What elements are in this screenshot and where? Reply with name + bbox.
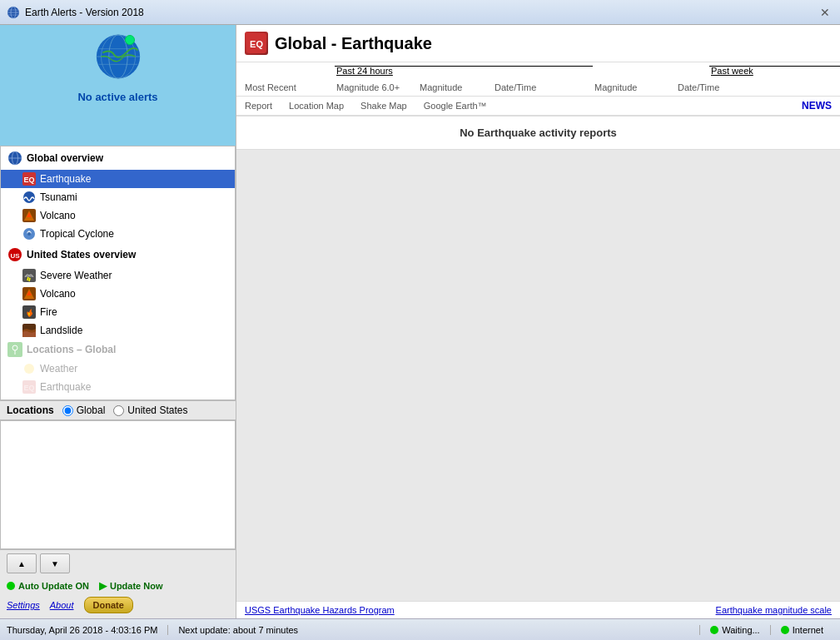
past24-label: Past 24 hours	[336, 66, 393, 76]
nav-item-weather-disabled[interactable]: Weather	[1, 360, 235, 378]
past-week-label: Past week	[711, 66, 790, 76]
nav-item-fire[interactable]: Fire	[1, 303, 235, 321]
svg-text:EQ: EQ	[23, 384, 34, 392]
action-location-map: Location Map	[289, 101, 344, 111]
content-lower	[236, 150, 840, 601]
left-panel: No active alerts Global overview EQ Eart…	[0, 25, 236, 618]
global-overview-header[interactable]: Global overview	[1, 146, 235, 170]
radio-us-group: United States	[113, 404, 187, 416]
status-internet-group: Internet	[771, 625, 833, 635]
us-overview-header[interactable]: US United States overview	[1, 243, 235, 266]
fire-label: Fire	[40, 306, 57, 318]
right-panel: EQ Global - Earthquake Past 24 hours Pas…	[236, 25, 840, 618]
bottom-toolbar: Auto Update ON ▶ Update Now	[0, 577, 236, 595]
status-datetime: Thursday, April 26 2018 - 4:03:16 PM	[7, 625, 168, 635]
internet-dot	[781, 626, 789, 634]
donate-button[interactable]: Donate	[84, 597, 133, 613]
earthquake-disabled-icon: EQ	[22, 380, 36, 394]
title-bar-left: Earth Alerts - Version 2018	[7, 6, 144, 19]
scroll-up-button[interactable]: ▲	[7, 553, 37, 573]
nav-item-earthquake[interactable]: EQ Earthquake	[1, 170, 235, 188]
status-update: Next update: about 7 minutes	[168, 625, 700, 635]
weather-disabled-icon	[22, 362, 36, 375]
settings-link[interactable]: Settings	[7, 600, 40, 610]
svg-point-34	[24, 364, 34, 374]
earthquake-label: Earthquake	[40, 173, 91, 185]
severe-weather-icon	[22, 269, 36, 282]
global-overview-label: Global overview	[27, 152, 103, 164]
nav-item-severe-weather[interactable]: Severe Weather	[1, 266, 235, 285]
globe-nav-icon	[7, 151, 22, 166]
nav-item-earthquake-disabled[interactable]: EQ Earthquake	[1, 378, 235, 396]
svg-rect-32	[7, 342, 22, 357]
col-datetime2: Date/Time	[678, 82, 761, 92]
action-news[interactable]: NEWS	[802, 100, 832, 112]
scroll-down-button[interactable]: ▼	[40, 553, 70, 573]
right-header: EQ Global - Earthquake	[236, 25, 840, 62]
locations-label: Locations	[7, 404, 54, 416]
tsunami-nav-icon	[22, 191, 36, 204]
app-title: Earth Alerts - Version 2018	[25, 7, 144, 18]
us-overview-label: United States overview	[27, 249, 136, 260]
svg-line-26	[29, 278, 30, 281]
close-button[interactable]: ✕	[817, 4, 833, 21]
landslide-icon	[22, 324, 36, 337]
radio-global-label[interactable]: Global	[77, 404, 106, 416]
locations-global-header[interactable]: Locations – Global	[1, 340, 235, 360]
nav-buttons: ▲ ▼	[0, 549, 236, 577]
main-layout: No active alerts Global overview EQ Eart…	[0, 25, 840, 618]
radio-us-label[interactable]: United States	[127, 404, 187, 416]
title-bar: Earth Alerts - Version 2018 ✕	[0, 0, 840, 25]
page-title: Global - Earthquake	[275, 34, 432, 53]
svg-text:EQ: EQ	[250, 39, 263, 49]
about-link[interactable]: About	[50, 600, 74, 610]
cyclone-label: Tropical Cyclone	[40, 228, 114, 240]
radio-global[interactable]	[62, 405, 73, 416]
content-area: No Earthquake activity reports	[236, 116, 840, 601]
svg-line-25	[27, 277, 28, 280]
severe-weather-label: Severe Weather	[40, 270, 112, 281]
volcano-us-label: Volcano	[40, 288, 76, 300]
nav-item-volcano-us[interactable]: Volcano	[1, 285, 235, 303]
nav-item-landslide[interactable]: Landslide	[1, 321, 235, 340]
usgs-link[interactable]: USGS Earthquake Hazards Program	[245, 605, 395, 615]
fire-icon	[22, 305, 36, 319]
update-now-label: Update Now	[110, 581, 163, 591]
tsunami-label: Tsunami	[40, 191, 77, 203]
col-magnitude2: Magnitude	[594, 82, 678, 92]
bottom-toolbar-links: Settings About Donate	[0, 595, 236, 618]
auto-update-toggle[interactable]: Auto Update ON	[7, 581, 89, 591]
col-most-recent: Most Recent	[245, 82, 336, 92]
waiting-dot	[710, 626, 718, 634]
no-activity-bar: No Earthquake activity reports	[236, 116, 840, 150]
auto-update-dot	[7, 582, 15, 590]
status-dot	[125, 35, 135, 45]
auto-update-label: Auto Update ON	[18, 581, 89, 591]
play-icon: ▶	[99, 580, 107, 592]
landslide-label: Landslide	[40, 325, 82, 336]
volcano-nav-icon	[22, 209, 36, 222]
locations-header: Locations Global United States	[0, 400, 236, 420]
alert-area: No active alerts	[0, 25, 236, 146]
magnitude-scale-link[interactable]: Earthquake magnitude scale	[716, 605, 832, 615]
earthquake-header-icon: EQ	[245, 32, 268, 55]
nav-item-tsunami[interactable]: Tsunami	[1, 188, 235, 206]
action-row: Report Location Map Shake Map Google Ear…	[236, 97, 840, 116]
col-mag60: Magnitude 6.0+	[336, 82, 420, 92]
nav-item-cyclone[interactable]: Tropical Cyclone	[1, 225, 235, 243]
alert-status-text: No active alerts	[77, 91, 157, 103]
svg-text:EQ: EQ	[23, 176, 34, 184]
locations-global-label: Locations – Global	[27, 344, 116, 355]
table-header-area: Past 24 hours Past week Most Recent Magn…	[236, 62, 840, 97]
nav-tree: Global overview EQ Earthquake Tsunami	[0, 146, 236, 400]
weather-disabled-label: Weather	[40, 363, 77, 375]
status-waiting-text: Waiting...	[722, 625, 759, 635]
earthquake-nav-icon: EQ	[22, 172, 36, 186]
update-now-button[interactable]: ▶ Update Now	[99, 580, 163, 592]
action-google-earth: Google Earth™	[424, 101, 487, 111]
location-nav-icon	[7, 342, 22, 357]
radio-us[interactable]	[113, 405, 124, 416]
globe-container	[95, 33, 142, 82]
nav-item-volcano-global[interactable]: Volcano	[1, 206, 235, 225]
earthquake-disabled-label: Earthquake	[40, 381, 91, 393]
